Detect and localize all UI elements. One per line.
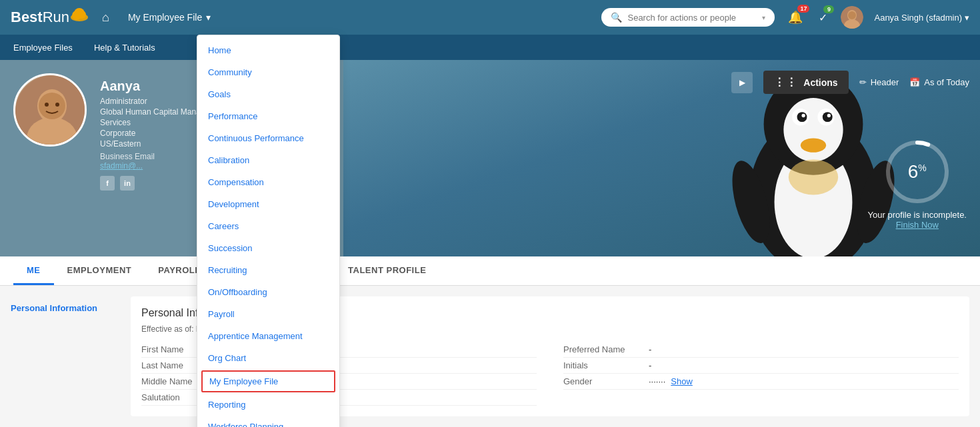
- facebook-icon[interactable]: f: [100, 176, 115, 191]
- progress-circle-wrap: 6%: [884, 139, 951, 205]
- dropdown-apprentice[interactable]: Apprentice Management: [197, 325, 339, 347]
- help-tutorials-link[interactable]: Help & Tutorials: [94, 40, 155, 55]
- nav-dropdown-chevron-icon: ▾: [206, 12, 211, 23]
- notification-badge: 17: [797, 5, 809, 13]
- show-gender-link[interactable]: Show: [671, 376, 693, 386]
- avatar[interactable]: [841, 6, 863, 29]
- dropdown-careers[interactable]: Careers: [197, 215, 339, 237]
- user-menu[interactable]: Aanya Singh (sfadmin) ▾: [874, 13, 969, 23]
- dropdown-home[interactable]: Home: [197, 39, 339, 61]
- user-name-label: Aanya Singh (sfadmin): [874, 13, 962, 23]
- logo-best-text: Best: [11, 9, 43, 26]
- gender-value: ·······: [649, 376, 665, 386]
- dropdown-onoffboarding[interactable]: On/Offboarding: [197, 281, 339, 303]
- svg-point-19: [789, 159, 838, 195]
- dropdown-calibration[interactable]: Calibration: [197, 149, 339, 171]
- svg-point-29: [55, 103, 59, 107]
- dropdown-continuous-performance[interactable]: Continuous Performance: [197, 127, 339, 149]
- my-employee-file-dropdown-trigger[interactable]: My Employee File ▾: [123, 9, 216, 25]
- banner-actions: ▶ ⋮⋮ Actions ✏ Header 📅 As of Today: [731, 71, 969, 94]
- preferred-name-value: -: [649, 344, 651, 354]
- employee-files-link[interactable]: Employee Files: [13, 40, 73, 55]
- logo[interactable]: BestRun: [11, 9, 89, 26]
- profile-avatar[interactable]: [13, 73, 87, 147]
- user-chevron-icon: ▾: [965, 13, 969, 23]
- svg-point-15: [797, 112, 807, 122]
- svg-point-28: [45, 103, 49, 107]
- dropdown-my-employee-file[interactable]: My Employee File: [201, 370, 335, 392]
- search-icon: 🔍: [611, 12, 622, 23]
- header-button[interactable]: ✏ Header: [859, 77, 899, 87]
- svg-point-12: [801, 139, 826, 153]
- initials-row: Initials -: [563, 358, 959, 374]
- top-navigation: BestRun ⌂ My Employee File ▾ 🔍 ▾ 🔔 17 ✓ …: [0, 0, 980, 35]
- dropdown-goals[interactable]: Goals: [197, 83, 339, 105]
- dropdown-reporting[interactable]: Reporting: [197, 394, 339, 416]
- svg-point-3: [74, 8, 85, 19]
- progress-percentage: 6%: [908, 161, 927, 183]
- dropdown-recruiting[interactable]: Recruiting: [197, 259, 339, 281]
- pencil-icon: ✏: [859, 77, 867, 87]
- as-of-today-button[interactable]: 📅 As of Today: [909, 77, 969, 87]
- initials-label: Initials: [563, 360, 643, 370]
- actions-button[interactable]: ⋮⋮ Actions: [763, 71, 848, 94]
- dropdown-community[interactable]: Community: [197, 61, 339, 83]
- svg-point-18: [827, 114, 831, 117]
- linkedin-icon[interactable]: in: [120, 176, 135, 191]
- info-right-column: Preferred Name - Initials - Gender ·····…: [563, 342, 959, 406]
- svg-point-7: [848, 11, 856, 19]
- logo-run-text: Run: [43, 9, 69, 26]
- bell-icon: 🔔: [788, 11, 803, 24]
- tab-talent-profile[interactable]: TALENT PROFILE: [335, 257, 439, 285]
- tab-me[interactable]: ME: [13, 257, 54, 285]
- actions-label: Actions: [803, 77, 837, 88]
- profile-info: Aanya Administrator Global Human Capital…: [13, 73, 227, 191]
- dropdown-succession[interactable]: Succession: [197, 237, 339, 259]
- gender-row: Gender ······· Show: [563, 374, 959, 390]
- svg-point-17: [801, 114, 805, 117]
- tab-employment[interactable]: EMPLOYMENT: [54, 257, 145, 285]
- search-bar[interactable]: 🔍 ▾: [601, 8, 775, 27]
- notifications-button[interactable]: 🔔 17: [785, 7, 805, 27]
- profile-banner: ▶ ⋮⋮ Actions ✏ Header 📅 As of Today: [0, 60, 980, 256]
- sidebar-personal-information[interactable]: Personal Information: [11, 296, 131, 320]
- actions-dots-icon: ⋮⋮: [774, 76, 798, 89]
- play-button[interactable]: ▶: [731, 72, 753, 93]
- header-label: Header: [871, 77, 899, 87]
- business-email-label: Business Email: [100, 152, 155, 161]
- initials-value: -: [649, 360, 651, 370]
- content-area: Personal Information Personal Informatio…: [0, 286, 980, 427]
- check-icon: ✓: [819, 12, 827, 23]
- search-chevron-icon: ▾: [762, 14, 765, 21]
- dropdown-workforce-planning[interactable]: Workforce Planning: [197, 416, 339, 427]
- nav-dropdown-menu: Home Community Goals Performance Continu…: [197, 35, 340, 427]
- dropdown-compensation[interactable]: Compensation: [197, 171, 339, 193]
- sidebar-navigation: Personal Information: [11, 296, 131, 416]
- nav-dropdown-label: My Employee File: [128, 12, 202, 23]
- as-of-today-label: As of Today: [924, 77, 969, 87]
- secondary-navigation: Employee Files Help & Tutorials: [0, 35, 980, 60]
- profile-avatar-image: [15, 75, 87, 147]
- profile-incomplete-text: Your profile is incomplete.: [868, 210, 967, 220]
- avatar-image: [841, 6, 863, 29]
- preferred-name-label: Preferred Name: [563, 344, 643, 354]
- dropdown-development[interactable]: Development: [197, 193, 339, 215]
- svg-point-27: [39, 93, 65, 119]
- gender-label: Gender: [563, 376, 643, 386]
- tasks-badge: 9: [823, 5, 834, 13]
- home-icon[interactable]: ⌂: [99, 8, 112, 27]
- tabs-bar: ME EMPLOYMENT PAYROLL TIME BENEFITS TALE…: [0, 256, 980, 286]
- finish-now-link[interactable]: Finish Now: [868, 220, 967, 230]
- profile-completion: 6% Your profile is incomplete. Finish No…: [868, 139, 967, 230]
- dropdown-org-chart[interactable]: Org Chart: [197, 347, 339, 369]
- calendar-icon: 📅: [909, 77, 920, 87]
- search-input[interactable]: [627, 13, 757, 23]
- play-icon: ▶: [739, 78, 745, 87]
- dropdown-performance[interactable]: Performance: [197, 105, 339, 127]
- svg-point-16: [823, 112, 833, 122]
- logo-cloud-icon: [70, 7, 89, 21]
- preferred-name-row: Preferred Name -: [563, 342, 959, 358]
- dropdown-payroll[interactable]: Payroll: [197, 303, 339, 325]
- tasks-button[interactable]: ✓ 9: [816, 8, 830, 27]
